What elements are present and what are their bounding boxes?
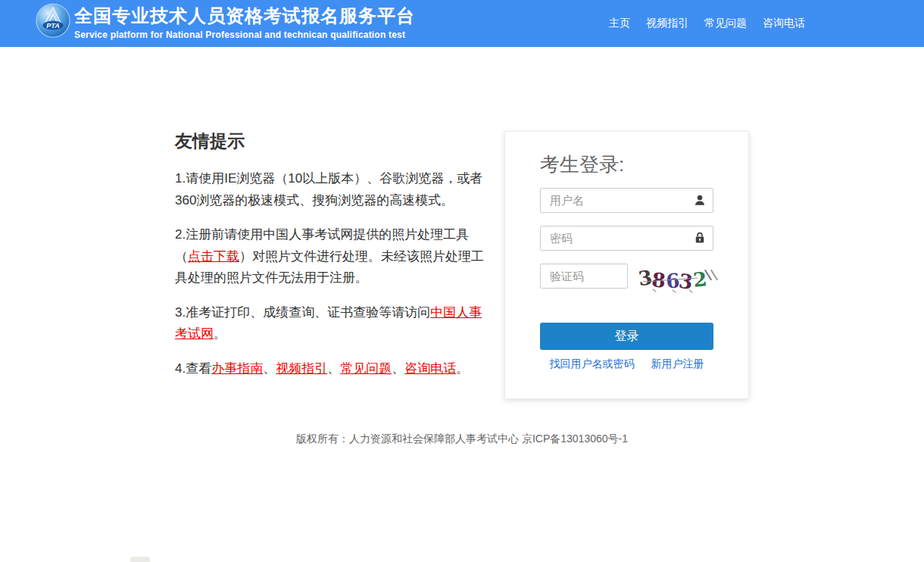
username-input[interactable] (540, 188, 713, 213)
nav-phone[interactable]: 咨询电话 (763, 17, 805, 30)
tip-4: 4.查看办事指南、视频指引、常见问题、咨询电话。 (175, 358, 492, 380)
tip-4-prefix: 4.查看 (175, 361, 211, 376)
main-content: 友情提示 1.请使用IE浏览器（10以上版本）、谷歌浏览器，或者360浏览器的极… (175, 131, 749, 399)
tip-3-prefix: 3.准考证打印、成绩查询、证书查验等请访问 (175, 305, 430, 320)
separator: 、 (263, 361, 276, 376)
tip-1: 1.请使用IE浏览器（10以上版本）、谷歌浏览器，或者360浏览器的极速模式、搜… (175, 168, 492, 211)
login-heading: 考生登录: (540, 155, 713, 174)
friendly-tips: 友情提示 1.请使用IE浏览器（10以上版本）、谷歌浏览器，或者360浏览器的极… (175, 131, 492, 392)
login-panel: 考生登录: 38632 登录 (504, 131, 749, 399)
separator: 、 (392, 361, 404, 376)
captcha-row: 38632 (540, 264, 713, 294)
logo-text: PTA (46, 22, 59, 30)
nav-video-guide[interactable]: 视频指引 (646, 17, 688, 30)
tip-1-text: 1.请使用IE浏览器（10以上版本）、谷歌浏览器，或者360浏览器的极速模式、搜… (175, 171, 482, 208)
nav-home[interactable]: 主页 (609, 17, 630, 30)
separator: 、 (327, 361, 340, 376)
username-field-wrap (540, 188, 713, 213)
login-button[interactable]: 登录 (540, 323, 713, 350)
partial-bottom-element (130, 557, 150, 562)
tip-3: 3.准考证打印、成绩查询、证书查验等请访问中国人事考试网。 (175, 302, 492, 345)
tip-3-suffix: 。 (214, 326, 226, 341)
captcha-input[interactable] (540, 264, 628, 289)
site-title: 全国专业技术人员资格考试报名服务平台 (74, 5, 415, 27)
video-guide-link[interactable]: 视频指引 (276, 361, 327, 376)
pta-logo-icon: PTA (36, 3, 70, 38)
captcha-image[interactable]: 38632 (638, 265, 713, 294)
faq-link[interactable]: 常见问题 (340, 361, 392, 376)
footer-copyright: 版权所有：人力资源和社会保障部人事考试中心 京ICP备13013060号-1 (0, 432, 924, 446)
site-subtitle: Service platform for National Profession… (74, 30, 415, 40)
tips-heading: 友情提示 (175, 133, 492, 150)
tip-2: 2.注册前请使用中国人事考试网提供的照片处理工具（点击下载）对照片文件进行处理。… (175, 224, 492, 289)
password-input[interactable] (540, 226, 713, 251)
tip-4-suffix: 。 (456, 361, 469, 376)
lock-icon (693, 231, 707, 245)
forgot-credentials-link[interactable]: 找回用户名或密码 (550, 357, 635, 371)
service-guide-link[interactable]: 办事指南 (211, 361, 263, 376)
nav-faq[interactable]: 常见问题 (704, 17, 747, 30)
panel-links: 找回用户名或密码 新用户注册 (540, 357, 713, 371)
password-field-wrap (540, 226, 713, 251)
header-nav: 主页 视频指引 常见问题 咨询电话 (609, 0, 805, 47)
header: PTA 全国专业技术人员资格考试报名服务平台 Service platform … (0, 0, 924, 47)
user-icon (693, 193, 707, 207)
register-link[interactable]: 新用户注册 (651, 357, 704, 371)
brand-block: 全国专业技术人员资格考试报名服务平台 Service platform for … (74, 5, 415, 40)
phone-link[interactable]: 咨询电话 (404, 361, 456, 376)
download-photo-tool-link[interactable]: 点击下载 (188, 249, 239, 264)
